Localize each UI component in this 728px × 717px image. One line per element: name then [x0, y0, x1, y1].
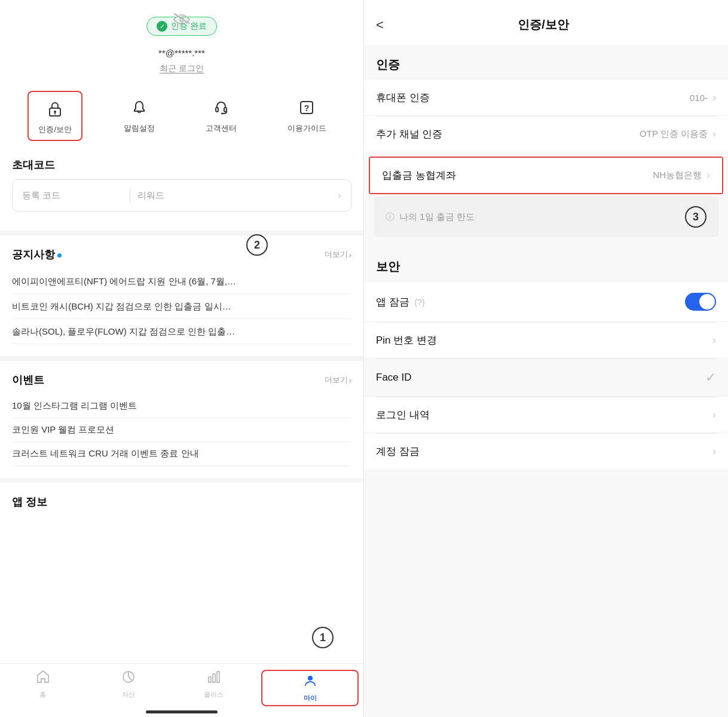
app-lock-item[interactable]: 앱 잠금 (?): [364, 282, 728, 322]
notice-section: 공지사항 더보기 › 에이피이앤에프티(NFT) 에어드랍 지원 안내 (6월,…: [0, 243, 363, 349]
pin-change-label: Pin 번호 변경: [376, 333, 437, 347]
event-more-link[interactable]: 더보기 ›: [325, 375, 351, 385]
right-content: 인증 휴대폰 인증 010- › 추가 채널 인증 OTP 인증 이용중 ›: [364, 45, 728, 717]
nav-item-my[interactable]: 마이: [261, 670, 359, 706]
referral-box[interactable]: 등록 코드 리워드 ›: [12, 179, 351, 212]
email-display: **@*****.***: [0, 45, 363, 60]
notice-item-3[interactable]: 솔라나(SOL), 플로우(FLOW) 지갑 점검으로 인한 입출…: [12, 319, 351, 344]
svg-rect-11: [213, 674, 215, 682]
face-id-label: Face ID: [376, 372, 412, 384]
security-section-title: 보안: [364, 247, 728, 282]
divider-1: [0, 231, 363, 235]
checkmark-icon: ✓: [157, 21, 167, 32]
login-history-item[interactable]: 로그인 내역 ›: [364, 397, 728, 433]
right-panel: < 인증/보안 인증 휴대폰 인증 010- › 추가 채널 인증 OTP 인증…: [364, 0, 728, 717]
menu-item-security[interactable]: 인증/보안: [27, 91, 82, 141]
menu-item-support[interactable]: 고객센터: [196, 91, 246, 141]
event-section: 이벤트 더보기 › 10월 인스타그램 리그램 이벤트 코인원 VIP 웰컴 프…: [0, 368, 363, 471]
divider-3: [0, 478, 363, 483]
referral-divider: [130, 188, 130, 203]
face-id-item[interactable]: Face ID ✓: [364, 359, 728, 397]
app-lock-question-icon: (?): [414, 298, 424, 307]
notice-item-2[interactable]: 비트코인 캐시(BCH) 지갑 점검으로 인한 입출금 일시…: [12, 294, 351, 319]
divider-2: [0, 356, 363, 361]
daily-limit-box[interactable]: ⓘ 나의 1일 출금 한도 3: [374, 197, 718, 237]
svg-rect-10: [209, 677, 211, 682]
deposit-highlighted-wrapper: 입출금 농협계좌 NH농협은행 ›: [369, 157, 723, 194]
badge-1: 1: [312, 627, 334, 648]
auth-group: 휴대폰 인증 010- › 추가 채널 인증 OTP 인증 이용중 ›: [364, 80, 728, 152]
recent-login-text: 최근 로그인: [160, 63, 204, 73]
bell-icon: [127, 96, 151, 120]
badge-3: 3: [685, 206, 706, 228]
menu-label-alarm: 알림설정: [124, 123, 155, 134]
daily-limit-text: 나의 1일 출금 한도: [399, 212, 475, 223]
deposit-chevron-icon: ›: [706, 169, 710, 182]
phone-chevron-icon: ›: [712, 91, 716, 104]
phone-auth-label: 휴대폰 인증: [376, 91, 430, 105]
phone-auth-item[interactable]: 휴대폰 인증 010- ›: [364, 80, 728, 116]
info-icon: ⓘ: [386, 212, 394, 223]
pin-change-item[interactable]: Pin 번호 변경 ›: [364, 323, 728, 358]
svg-rect-5: [224, 108, 227, 112]
deposit-value: NH농협은행 ›: [653, 169, 710, 182]
svg-point-2: [54, 111, 56, 113]
recent-login[interactable]: 최근 로그인: [0, 60, 363, 84]
left-panel: ✓ 인증 완료 **@*****.*** 최근 로그인: [0, 0, 364, 717]
deposit-account-item[interactable]: 입출금 농협계좌 NH농협은행 ›: [370, 158, 722, 193]
lock-icon: [43, 97, 67, 121]
menu-item-guide[interactable]: ? 이용가이드: [278, 91, 336, 141]
right-title: 인증/보안: [391, 17, 716, 33]
channel-auth-value: OTP 인증 이용중 ›: [640, 128, 716, 140]
referral-title: 초대코드: [0, 153, 363, 179]
auth-section-title: 인증: [364, 45, 728, 80]
deposit-item-highlighted: 입출금 농협계좌 NH농협은행 ›: [369, 157, 723, 194]
toggle-knob: [699, 294, 715, 310]
event-item-1[interactable]: 10월 인스타그램 리그램 이벤트: [12, 394, 351, 418]
referral-reward: 리워드: [137, 190, 338, 201]
referral-register: 등록 코드: [22, 190, 123, 201]
bottom-nav: 홈 자산 플러스: [0, 663, 363, 717]
event-title: 이벤트: [12, 373, 44, 387]
channel-auth-label: 추가 채널 인증: [376, 127, 442, 141]
account-lock-item[interactable]: 계정 잠금 ›: [364, 434, 728, 469]
face-id-check-icon: ✓: [705, 370, 716, 385]
menu-item-alarm[interactable]: 알림설정: [114, 91, 164, 141]
menu-icons: 인증/보안 알림설정: [0, 84, 363, 153]
nav-label-my: 마이: [304, 694, 317, 703]
channel-auth-item[interactable]: 추가 채널 인증 OTP 인증 이용중 ›: [364, 117, 728, 152]
svg-point-13: [308, 676, 313, 681]
right-header: < 인증/보안: [364, 0, 728, 45]
eye-slash-icon: [173, 11, 191, 29]
plus-nav-icon: [207, 670, 221, 688]
account-lock-label: 계정 잠금: [376, 445, 420, 458]
nav-label-home: 홈: [39, 690, 46, 699]
question-icon: ?: [295, 96, 319, 120]
event-item-2[interactable]: 코인원 VIP 웰컴 프로모션: [12, 418, 351, 442]
headset-icon: [209, 96, 233, 120]
login-history-label: 로그인 내역: [376, 408, 430, 422]
badge-2: 2: [246, 234, 268, 256]
menu-label-guide: 이용가이드: [287, 123, 326, 134]
svg-point-0: [180, 18, 183, 22]
notice-item-1[interactable]: 에이피이앤에프티(NFT) 에어드랍 지원 안내 (6월, 7월,…: [12, 269, 351, 294]
event-header: 이벤트 더보기 ›: [12, 373, 351, 387]
app-info-section: 앱 정보: [0, 490, 363, 514]
security-group: 앱 잠금 (?) Pin 번호 변경 › Face ID ✓: [364, 282, 728, 469]
nav-item-assets[interactable]: 자산: [85, 670, 171, 699]
menu-label-security: 인증/보안: [38, 124, 72, 135]
nav-item-plus[interactable]: 플러스: [171, 670, 256, 699]
assets-nav-icon: [121, 670, 136, 688]
svg-point-6: [221, 113, 223, 115]
nav-label-assets: 자산: [122, 690, 135, 699]
back-button[interactable]: <: [376, 17, 384, 33]
home-nav-icon: [36, 670, 50, 688]
svg-text:?: ?: [304, 103, 310, 113]
app-lock-toggle[interactable]: [685, 293, 716, 311]
notice-more-link[interactable]: 더보기 ›: [325, 249, 351, 260]
pin-chevron-icon: ›: [712, 334, 716, 347]
home-indicator: [146, 710, 218, 713]
event-item-3[interactable]: 크러스트 네트워크 CRU 거래 이벤트 종료 안내: [12, 442, 351, 466]
app-lock-label: 앱 잠금 (?): [376, 295, 425, 309]
nav-item-home[interactable]: 홈: [0, 670, 85, 699]
